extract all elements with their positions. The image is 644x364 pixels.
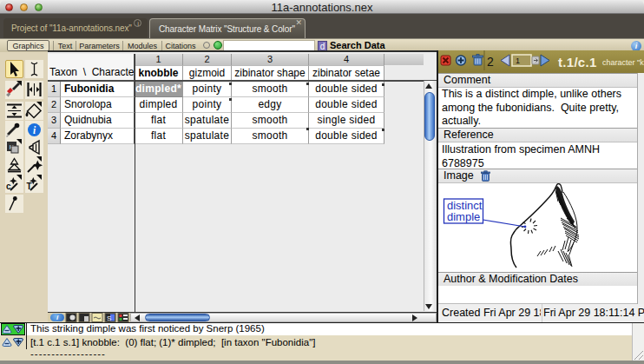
svg-text:dimple: dimple — [447, 210, 480, 223]
svg-text:c: c — [6, 182, 11, 191]
svg-text:1: 1 — [516, 56, 520, 65]
svg-text:S: S — [107, 314, 111, 322]
svg-text:T: T — [27, 182, 32, 191]
